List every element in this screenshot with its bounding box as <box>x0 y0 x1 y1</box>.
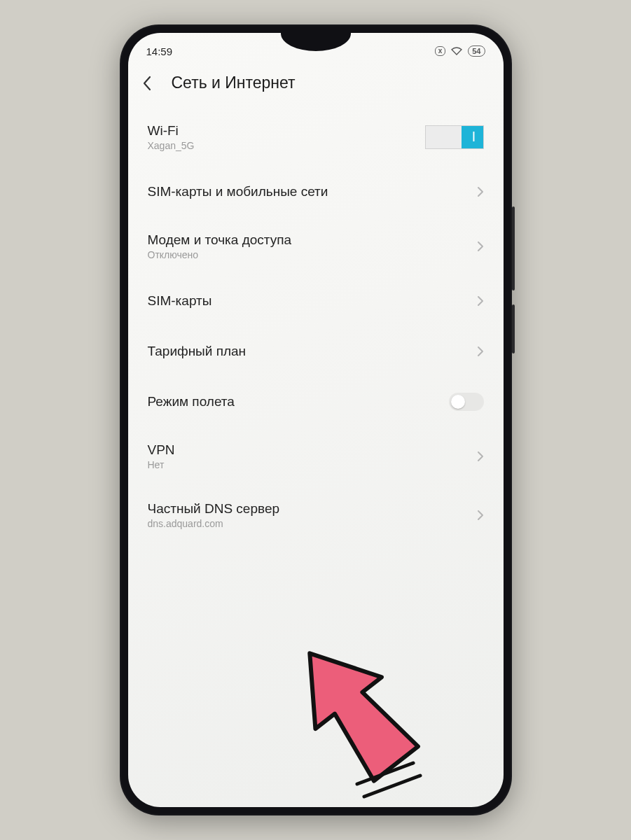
clock-text: 14:59 <box>146 46 173 57</box>
row-hotspot[interactable]: Модем и точка доступа Отключено <box>148 217 484 276</box>
row-subtitle: Отключено <box>148 249 292 260</box>
volume-button <box>512 206 515 290</box>
row-label: SIM-карты и мобильные сети <box>148 184 328 200</box>
status-icons: x 54 <box>435 46 485 57</box>
row-airplane[interactable]: Режим полета <box>148 377 484 427</box>
power-button <box>512 304 515 354</box>
chevron-right-icon <box>477 451 484 462</box>
airplane-toggle[interactable] <box>449 393 484 411</box>
row-label: SIM-карты <box>148 293 212 309</box>
page-title: Сеть и Интернет <box>172 74 296 92</box>
chevron-right-icon <box>477 346 484 357</box>
row-label: Частный DNS сервер <box>148 501 280 517</box>
row-label: VPN <box>148 442 175 458</box>
phone-frame: 14:59 x 54 Сеть и Интернет Wi-Fi Xagan_5… <box>120 24 512 816</box>
row-subtitle: dns.adquard.com <box>148 518 280 529</box>
row-label: Тарифный план <box>148 344 247 359</box>
row-label: Wi-Fi <box>148 123 195 139</box>
screen: 14:59 x 54 Сеть и Интернет Wi-Fi Xagan_5… <box>128 33 504 807</box>
wifi-toggle[interactable] <box>425 125 484 149</box>
row-subtitle: Нет <box>148 459 175 470</box>
row-private-dns[interactable]: Частный DNS сервер dns.adquard.com <box>148 486 484 545</box>
chevron-right-icon <box>477 510 484 521</box>
row-sim-cards[interactable]: SIM-карты <box>148 276 484 326</box>
wifi-icon <box>451 47 462 55</box>
chevron-right-icon <box>477 295 484 307</box>
row-label: Режим полета <box>148 394 235 410</box>
chevron-right-icon <box>477 186 484 197</box>
settings-list: Wi-Fi Xagan_5G SIM-карты и мобильные сет… <box>128 108 504 545</box>
row-data-plan[interactable]: Тарифный план <box>148 326 484 377</box>
row-label: Модем и точка доступа <box>148 232 292 248</box>
row-vpn[interactable]: VPN Нет <box>148 427 484 486</box>
sim-missing-icon: x <box>435 46 446 56</box>
back-button[interactable] <box>142 76 152 91</box>
row-sim-networks[interactable]: SIM-карты и мобильные сети <box>148 167 484 217</box>
row-wifi[interactable]: Wi-Fi Xagan_5G <box>148 108 484 167</box>
battery-indicator: 54 <box>468 46 485 57</box>
chevron-right-icon <box>477 241 484 252</box>
row-subtitle: Xagan_5G <box>148 140 195 151</box>
page-header: Сеть и Интернет <box>128 64 504 108</box>
